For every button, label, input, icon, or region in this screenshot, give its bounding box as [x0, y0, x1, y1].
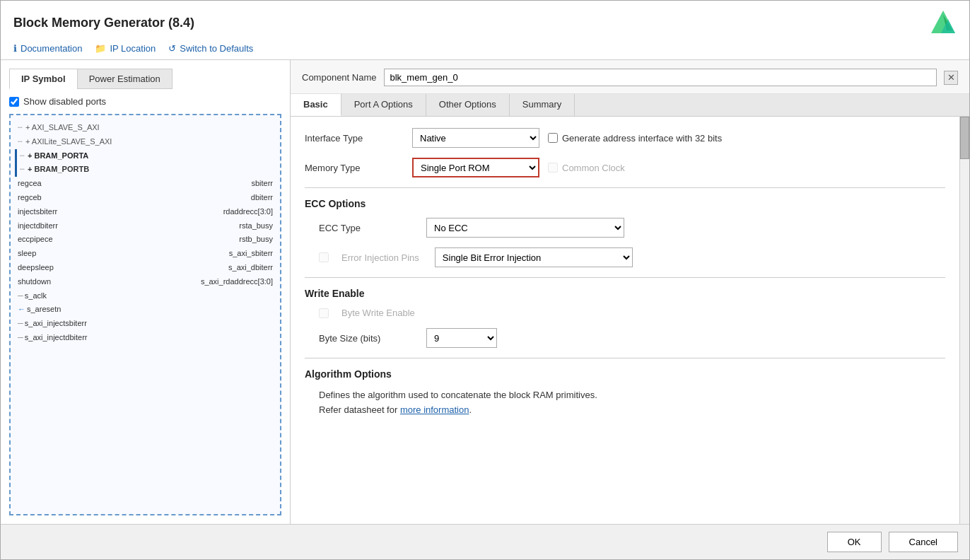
algo-desc-line1: Defines the algorithm used to concatenat… [319, 388, 945, 403]
ecc-type-select[interactable]: No ECC Hamming ECC encode only decode on… [426, 218, 624, 238]
ip-location-link[interactable]: 📁 IP Location [95, 43, 156, 54]
component-name-input[interactable] [384, 69, 937, 86]
byte-size-label: Byte Size (bits) [319, 333, 418, 344]
port-injectsbiterr: injectsbiterr [18, 205, 57, 219]
port-axilite-slave: + AXILite_SLAVE_S_AXI [25, 135, 112, 149]
ecc-section-title: ECC Options [305, 198, 945, 209]
port-deepsleep: deepsleep [18, 261, 54, 275]
port-saxi-rdaddrecc: s_axi_rdaddrecc[3:0] [201, 275, 273, 289]
refresh-icon: ↺ [168, 43, 176, 54]
app-logo [930, 9, 957, 36]
port-sleep: sleep [18, 247, 36, 261]
port-regcea: regcea [18, 177, 42, 191]
port-axi-slave: + AXI_SLAVE_S_AXI [25, 121, 100, 135]
port-saclk: s_aclk [25, 289, 47, 303]
port-shutdown: shutdown [18, 275, 51, 289]
port-eccpipece: eccpipece [18, 233, 53, 247]
common-clock-label: Common Clock [562, 163, 625, 173]
algo-section-title: Algorithm Options [305, 368, 945, 380]
show-disabled-ports-label: Show disabled ports [23, 96, 106, 107]
port-saxi-injectdbiterr: s_axi_injectdbiterr [25, 331, 88, 345]
port-saxi-sbiterr: s_axi_sbiterr [229, 247, 273, 261]
ip-location-label: IP Location [110, 43, 156, 54]
byte-write-enable-label: Byte Write Enable [341, 308, 415, 318]
port-rsta-busy: rsta_busy [239, 219, 273, 233]
scrollbar-thumb[interactable] [960, 117, 969, 159]
port-sbiterr: sbiterr [251, 177, 273, 191]
ip-symbol-canvas: ┄ + AXI_SLAVE_S_AXI ┄ + AXILite_SLAVE_S_… [9, 114, 281, 515]
component-name-clear-button[interactable]: ✕ [944, 71, 958, 85]
cancel-button[interactable]: Cancel [889, 532, 958, 552]
tab-power-estimation[interactable]: Power Estimation [77, 69, 173, 89]
tab-other-options[interactable]: Other Options [426, 94, 510, 116]
port-saxi-injectsbiterr: s_axi_injectsbiterr [25, 317, 87, 331]
window-title: Block Memory Generator (8.4) [13, 16, 194, 30]
more-info-link[interactable]: more information [400, 404, 469, 415]
write-enable-title: Write Enable [305, 288, 945, 299]
location-icon: 📁 [95, 43, 106, 54]
port-saxi-dbiterr: s_axi_dbiterr [228, 261, 273, 275]
right-scrollbar[interactable] [959, 117, 969, 524]
memory-type-label: Memory Type [305, 163, 404, 173]
port-bram-portb: + BRAM_PORTB [28, 163, 89, 177]
common-clock-checkbox[interactable] [548, 163, 558, 173]
memory-type-select[interactable]: Single Port ROM Simple Dual Port RAM Tru… [412, 158, 539, 177]
byte-size-select[interactable]: 9 8 [426, 328, 497, 348]
switch-defaults-link[interactable]: ↺ Switch to Defaults [168, 43, 253, 54]
error-injection-pins-checkbox[interactable] [319, 252, 329, 262]
tab-summary[interactable]: Summary [510, 94, 575, 116]
algo-desc-line2: Refer datasheet for more information. [319, 403, 945, 418]
error-injection-select[interactable]: Single Bit Error Injection Double Bit Er… [435, 247, 633, 267]
tab-basic[interactable]: Basic [291, 94, 341, 116]
port-dbiterr: dbiterr [251, 191, 273, 205]
tab-port-a-options[interactable]: Port A Options [341, 94, 426, 116]
interface-type-label: Interface Type [305, 133, 404, 144]
port-injectdbiterr: injectdbiterr [18, 219, 58, 233]
port-bram-porta: + BRAM_PORTA [28, 149, 88, 163]
info-icon: ℹ [13, 43, 17, 54]
port-regceb: regceb [18, 191, 42, 205]
documentation-label: Documentation [21, 43, 82, 54]
ecc-type-label: ECC Type [319, 223, 418, 233]
documentation-link[interactable]: ℹ Documentation [13, 43, 82, 54]
error-injection-pins-label: Error Injection Pins [341, 252, 419, 263]
generate-address-label: Generate address interface with 32 bits [562, 133, 722, 144]
port-saresetn: s_aresetn [27, 303, 61, 317]
ok-button[interactable]: OK [827, 532, 882, 552]
byte-write-enable-checkbox[interactable] [319, 308, 329, 318]
switch-defaults-label: Switch to Defaults [180, 43, 253, 54]
component-name-label: Component Name [302, 72, 377, 83]
generate-address-checkbox[interactable] [548, 133, 558, 143]
port-rdaddrecc: rdaddrecc[3:0] [223, 205, 273, 219]
port-rstb-busy: rstb_busy [239, 233, 273, 247]
tab-ip-symbol[interactable]: IP Symbol [9, 69, 77, 89]
interface-type-select[interactable]: Native AXI4 AXI4 Lite [412, 128, 539, 148]
show-disabled-ports-checkbox[interactable] [9, 97, 19, 107]
